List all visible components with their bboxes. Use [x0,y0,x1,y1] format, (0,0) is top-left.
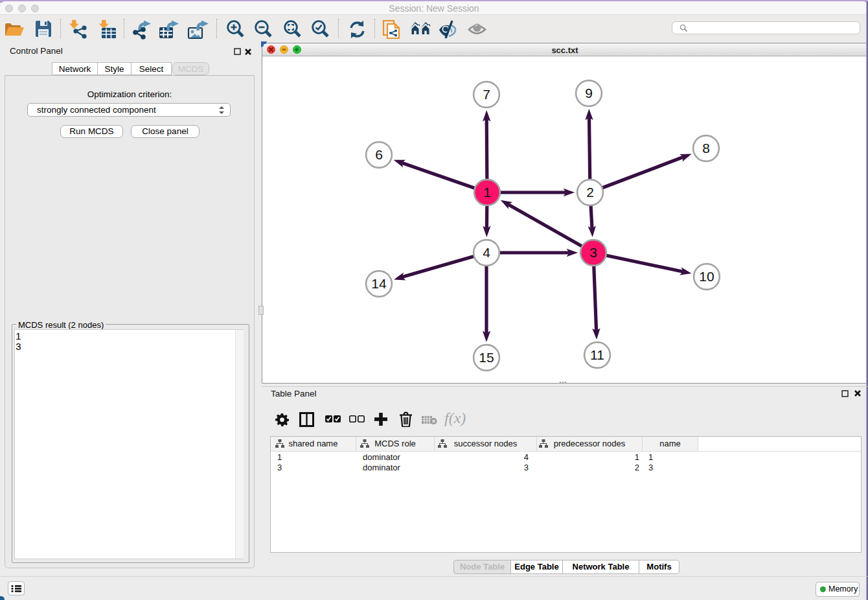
svg-text:7: 7 [483,87,490,102]
svg-text:11: 11 [590,347,604,362]
svg-text:10: 10 [699,269,714,284]
svg-text:15: 15 [479,350,494,365]
svg-text:8: 8 [702,141,710,156]
svg-text:9: 9 [585,86,593,100]
svg-text:1: 1 [483,185,491,200]
svg-text:14: 14 [371,276,387,291]
svg-text:2: 2 [586,185,594,200]
svg-text:3: 3 [589,245,597,260]
svg-text:4: 4 [483,245,490,260]
svg-text:6: 6 [375,147,383,162]
